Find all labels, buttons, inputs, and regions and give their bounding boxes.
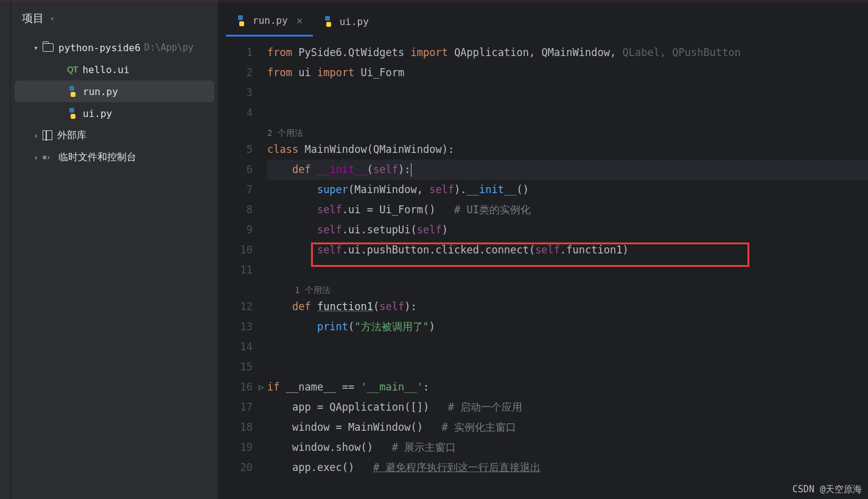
external-libs-label: 外部库 <box>57 129 86 142</box>
usage-hint: 1 个用法 <box>267 280 868 297</box>
python-icon <box>236 15 247 26</box>
code-area[interactable]: 1234 567891011 12131415 16▷ 17181920 fro… <box>219 37 868 499</box>
project-root[interactable]: ▾ python-pyside6 D:\App\py <box>11 37 218 58</box>
line-gutter: 1234 567891011 12131415 16▷ 17181920 <box>219 43 267 499</box>
close-icon[interactable]: × <box>296 14 303 27</box>
chevron-down-icon: ▾ <box>50 14 55 23</box>
sidebar: 项目 ▾ ▾ python-pyside6 D:\App\py QT hello… <box>11 0 219 499</box>
tab-ui-py[interactable]: ui.py <box>313 6 379 37</box>
scratch-icon: ≡› <box>43 153 54 161</box>
tab-label: ui.py <box>340 16 369 27</box>
temp-console-label: 临时文件和控制台 <box>58 151 136 164</box>
tab-label: run.py <box>253 15 288 26</box>
editor-tabs: run.py × ui.py <box>219 0 868 37</box>
editor: run.py × ui.py 1234 567891011 12131415 1… <box>219 0 868 499</box>
chevron-right-icon: › <box>29 153 43 162</box>
usage-hint: 2 个用法 <box>267 123 868 140</box>
sidebar-header[interactable]: 项目 ▾ <box>11 0 218 37</box>
run-gutter-icon[interactable]: ▷ <box>259 377 264 397</box>
external-libraries[interactable]: › 外部库 <box>11 124 218 146</box>
qt-icon: QT <box>67 65 77 74</box>
scratches-consoles[interactable]: › ≡› 临时文件和控制台 <box>11 146 218 168</box>
project-path: D:\App\py <box>144 42 194 53</box>
chevron-down-icon: ▾ <box>29 43 43 52</box>
file-name: hello.ui <box>82 64 129 76</box>
watermark: CSDN @天空原海 <box>793 484 862 495</box>
file-name: ui.py <box>83 108 112 119</box>
text-cursor <box>411 163 411 177</box>
project-name: python-pyside6 <box>58 42 141 54</box>
code-lines[interactable]: from PySide6.QtWidgets import QApplicati… <box>267 43 868 499</box>
python-icon <box>67 108 78 119</box>
file-name: run.py <box>83 86 118 97</box>
sidebar-title: 项目 <box>22 11 44 26</box>
python-icon <box>67 86 78 97</box>
chevron-right-icon: › <box>29 131 43 140</box>
library-icon <box>43 130 52 140</box>
file-hello-ui[interactable]: QT hello.ui <box>11 58 218 80</box>
file-run-py[interactable]: run.py <box>15 80 214 102</box>
project-tree: ▾ python-pyside6 D:\App\py QT hello.ui r… <box>11 37 218 168</box>
python-icon <box>323 16 334 27</box>
tab-run-py[interactable]: run.py × <box>226 6 313 37</box>
file-ui-py[interactable]: ui.py <box>11 102 218 124</box>
activity-bar <box>0 0 11 499</box>
folder-icon <box>43 43 54 52</box>
